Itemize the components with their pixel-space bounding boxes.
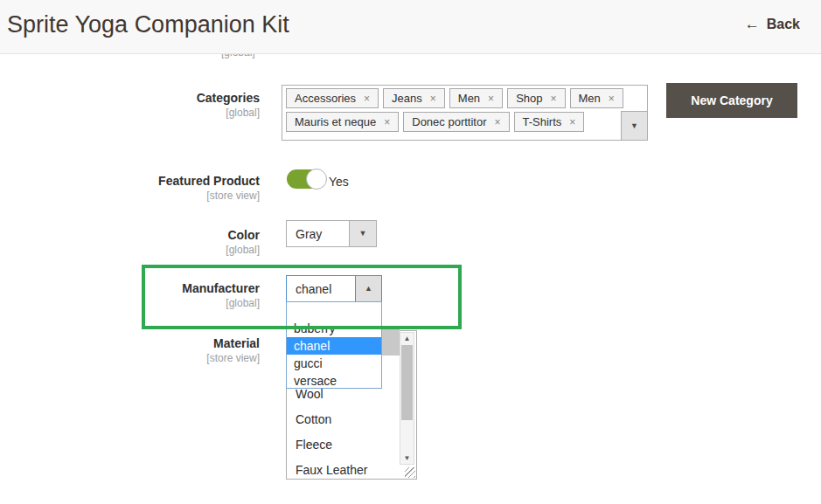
category-tag[interactable]: Mauris et neque ×: [286, 112, 399, 132]
dropdown-option-empty[interactable]: [287, 302, 381, 320]
manufacturer-label: Manufacturer: [0, 281, 260, 295]
color-select-value: Gray: [296, 227, 322, 241]
category-tag-label: Jeans: [392, 92, 422, 105]
back-button[interactable]: ← Back: [745, 16, 800, 33]
category-tag[interactable]: Men ×: [570, 88, 623, 108]
remove-tag-icon[interactable]: ×: [364, 93, 370, 105]
featured-product-value: Yes: [329, 175, 349, 189]
chevron-down-icon: ▼: [630, 122, 638, 130]
remove-tag-icon[interactable]: ×: [551, 93, 557, 105]
dropdown-option-selected[interactable]: chanel: [287, 337, 381, 355]
manufacturer-dropdown-list: buberry chanel gucci versace: [286, 301, 382, 389]
category-tag[interactable]: Accessories ×: [286, 88, 379, 108]
remove-tag-icon[interactable]: ×: [384, 116, 390, 128]
category-tag-label: Shop: [516, 92, 542, 105]
dropdown-option[interactable]: versace: [287, 372, 381, 390]
material-scope: [store view]: [0, 352, 260, 364]
remove-tag-icon[interactable]: ×: [495, 116, 501, 128]
page-title: Sprite Yoga Companion Kit: [7, 11, 289, 38]
product-edit-page: [global] Sprite Yoga Companion Kit ← Bac…: [0, 0, 821, 504]
remove-tag-icon[interactable]: ×: [430, 93, 436, 105]
resize-grip[interactable]: [405, 467, 415, 478]
page-header: Sprite Yoga Companion Kit ← Back: [0, 0, 821, 54]
categories-field[interactable]: Accessories × Jeans × Men × Shop × Men ×: [282, 85, 648, 141]
toggle-knob: [306, 169, 327, 190]
manufacturer-select[interactable]: chanel ▲: [286, 275, 382, 302]
category-tag-label: Men: [458, 92, 480, 105]
categories-scope: [global]: [0, 107, 260, 119]
category-tag-label: Accessories: [295, 92, 356, 105]
material-option[interactable]: Fleece: [296, 438, 332, 452]
featured-product-toggle[interactable]: [287, 169, 326, 189]
manufacturer-select-value: chanel: [296, 282, 331, 296]
material-option[interactable]: Cotton: [296, 412, 331, 426]
chevron-up-icon: ▲: [365, 285, 372, 293]
new-category-button[interactable]: New Category: [666, 83, 797, 118]
back-button-label: Back: [767, 17, 800, 32]
manufacturer-scope: [global]: [0, 297, 260, 309]
remove-tag-icon[interactable]: ×: [609, 93, 615, 105]
remove-tag-icon[interactable]: ×: [569, 116, 575, 128]
material-label: Material: [0, 336, 260, 350]
back-arrow-icon: ←: [745, 16, 760, 33]
category-tag-label: Men: [579, 92, 601, 105]
chevron-down-icon: ▼: [359, 230, 367, 238]
material-scrollbar[interactable]: ▲ ▼: [400, 332, 414, 465]
category-tag[interactable]: Jeans ×: [383, 88, 445, 108]
dropdown-option[interactable]: buberry: [287, 320, 381, 337]
color-scope: [global]: [0, 244, 260, 256]
category-tag-label: Mauris et neque: [295, 115, 376, 128]
color-select-arrow[interactable]: ▼: [349, 221, 376, 246]
scrollbar-thumb[interactable]: [401, 345, 413, 420]
manufacturer-select-arrow[interactable]: ▲: [355, 276, 381, 301]
dropdown-option[interactable]: gucci: [287, 355, 381, 372]
scroll-up-icon[interactable]: ▲: [400, 335, 414, 342]
category-tag[interactable]: T-Shirts ×: [514, 112, 585, 132]
category-tag[interactable]: Donec porttitor ×: [403, 112, 509, 132]
category-tag[interactable]: Men ×: [449, 88, 503, 108]
categories-tag-row: Accessories × Jeans × Men × Shop × Men ×: [286, 88, 644, 108]
featured-product-label: Featured Product: [0, 174, 260, 188]
color-label: Color: [0, 228, 260, 242]
material-option[interactable]: Faux Leather: [296, 463, 368, 477]
category-tag[interactable]: Shop ×: [507, 88, 565, 108]
categories-tag-row: Mauris et neque × Donec porttitor × T-Sh…: [286, 112, 644, 132]
color-select[interactable]: Gray ▼: [286, 220, 377, 247]
categories-dropdown-toggle[interactable]: ▼: [621, 111, 648, 141]
category-tag-label: Donec porttitor: [412, 115, 486, 128]
categories-label: Categories: [0, 91, 260, 105]
remove-tag-icon[interactable]: ×: [488, 93, 494, 105]
category-tag-label: T-Shirts: [523, 115, 562, 128]
dropdown-scrollbar-thumb[interactable]: [382, 329, 400, 356]
scroll-down-icon[interactable]: ▼: [400, 454, 414, 462]
featured-product-scope: [store view]: [0, 190, 260, 202]
